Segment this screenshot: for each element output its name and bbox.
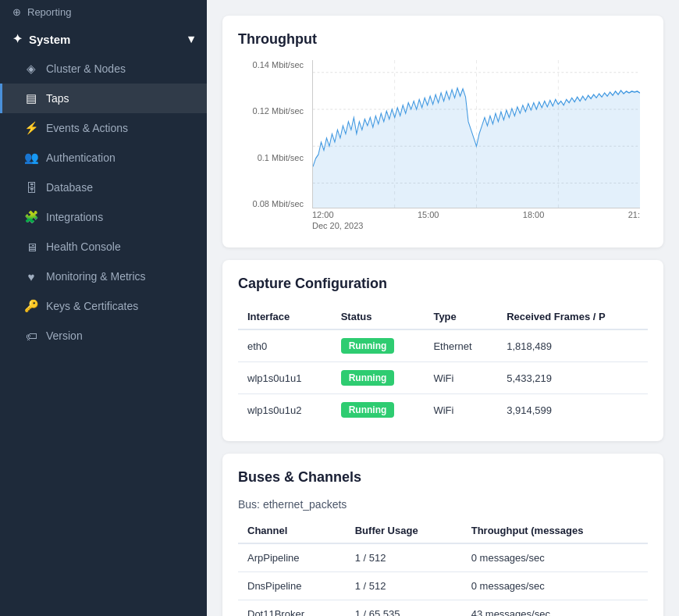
health-icon: 🖥 (24, 240, 38, 254)
col-interface: Interface (238, 304, 332, 329)
table-row: Dot11Broker 1 / 65,535 43 messages/sec (238, 600, 648, 617)
table-row: eth0 Running Ethernet 1,818,489 (238, 329, 648, 362)
row-interface: eth0 (238, 329, 332, 362)
taps-icon: ▤ (24, 91, 38, 105)
sidebar-item-label: Health Console (46, 240, 121, 253)
row-buffer: 1 / 65,535 (346, 600, 462, 617)
sidebar-system-header[interactable]: ✦ System ▾ (0, 24, 207, 54)
row-type: WiFi (424, 362, 497, 394)
badge-running: Running (341, 338, 395, 354)
throughput-card: Throughput 0.14 Mbit/sec 0.12 Mbit/sec 0… (222, 16, 663, 247)
col-frames: Received Frames / P (497, 304, 648, 329)
sidebar-item-label: Taps (46, 92, 69, 105)
bus-name: ethernet_packets (263, 498, 347, 511)
row-status: Running (332, 329, 425, 362)
table-row: wlp1s0u1u1 Running WiFi 5,433,219 (238, 362, 648, 394)
sidebar-item-taps[interactable]: ▤ Taps (0, 84, 207, 113)
col-buffer: Buffer Usage (346, 518, 462, 543)
y-label-4: 0.08 Mbit/sec (238, 199, 304, 208)
col-channel: Channel (238, 518, 346, 543)
sidebar-item-events-actions[interactable]: ⚡ Events & Actions (0, 113, 207, 143)
table-row: DnsPipeline 1 / 512 0 messages/sec (238, 572, 648, 600)
svg-marker-7 (313, 88, 640, 208)
sidebar-item-cluster-nodes[interactable]: ◈ Cluster & Nodes (0, 54, 207, 84)
sidebar-item-label: Authentication (46, 151, 116, 164)
chart-date: Dec 20, 2023 (312, 208, 363, 232)
sidebar-item-label: Database (46, 181, 93, 194)
sidebar-item-monitoring-metrics[interactable]: ♥ Monitoring & Metrics (0, 262, 207, 291)
sidebar-item-label: Integrations (46, 211, 103, 223)
row-channel: DnsPipeline (238, 572, 346, 600)
throughput-chart: 0.14 Mbit/sec 0.12 Mbit/sec 0.1 Mbit/sec… (238, 60, 648, 232)
table-row: wlp1s0u1u2 Running WiFi 3,914,599 (238, 394, 648, 426)
row-throughput: 43 messages/sec (462, 600, 648, 617)
buses-channels-card: Buses & Channels Bus: ethernet_packets C… (222, 454, 663, 616)
capture-config-title: Capture Configuration (238, 276, 648, 292)
sidebar-item-authentication[interactable]: 👥 Authentication (0, 143, 207, 173)
y-label-1: 0.14 Mbit/sec (238, 60, 304, 69)
table-row: ArpPipeline 1 / 512 0 messages/sec (238, 543, 648, 572)
throughput-title: Throughput (238, 31, 648, 48)
x-label-1800: 18:00 (523, 210, 545, 232)
auth-icon: 👥 (24, 151, 38, 165)
row-throughput: 0 messages/sec (462, 543, 648, 572)
sidebar-item-health-console[interactable]: 🖥 Health Console (0, 232, 207, 262)
y-label-2: 0.12 Mbit/sec (238, 106, 304, 116)
version-icon: 🏷 (24, 329, 38, 343)
bus-subtitle: Bus: ethernet_packets (238, 498, 648, 511)
row-throughput: 0 messages/sec (462, 572, 648, 600)
integrations-icon: 🧩 (24, 210, 38, 224)
sidebar-item-keys-certificates[interactable]: 🔑 Keys & Certificates (0, 291, 207, 321)
bus-label: Bus: (238, 498, 260, 511)
y-label-3: 0.1 Mbit/sec (238, 153, 304, 162)
chart-svg-area (312, 60, 640, 208)
monitoring-icon: ♥ (24, 269, 38, 283)
sidebar-item-label: Keys & Certificates (46, 300, 138, 312)
capture-config-card: Capture Configuration Interface Status T… (222, 260, 663, 441)
sidebar-item-version[interactable]: 🏷 Version (0, 321, 207, 351)
main-content: Throughput 0.14 Mbit/sec 0.12 Mbit/sec 0… (207, 0, 679, 616)
sidebar-reporting-label: Reporting (27, 6, 71, 18)
badge-running: Running (341, 402, 395, 418)
row-channel: ArpPipeline (238, 543, 346, 572)
sidebar-item-database[interactable]: 🗄 Database (0, 173, 207, 202)
system-icon: ✦ (12, 32, 23, 46)
chevron-down-icon: ▾ (188, 32, 194, 46)
row-interface: wlp1s0u1u1 (238, 362, 332, 394)
col-throughput: Throughput (messages (462, 518, 648, 543)
sidebar-item-label: Events & Actions (46, 122, 128, 134)
col-type: Type (424, 304, 497, 329)
sidebar-item-integrations[interactable]: 🧩 Integrations (0, 202, 207, 232)
sidebar-item-label: Version (46, 329, 83, 342)
x-label-1500: 15:00 (418, 210, 439, 232)
sidebar: ⊕ Reporting ✦ System ▾ ◈ Cluster & Nodes… (0, 0, 207, 616)
row-buffer: 1 / 512 (346, 572, 462, 600)
buses-channels-title: Buses & Channels (238, 469, 648, 486)
col-status: Status (332, 304, 425, 329)
sidebar-item-label: Monitoring & Metrics (46, 270, 146, 283)
database-icon: 🗄 (24, 180, 38, 194)
row-type: Ethernet (424, 329, 497, 362)
sidebar-reporting-item[interactable]: ⊕ Reporting (0, 0, 207, 24)
cluster-icon: ◈ (24, 62, 38, 76)
x-label-2100: 21: (628, 210, 640, 232)
badge-running: Running (341, 370, 395, 386)
buses-channels-table: Channel Buffer Usage Throughput (message… (238, 518, 648, 616)
row-status: Running (332, 394, 425, 426)
sidebar-item-label: Cluster & Nodes (46, 62, 126, 75)
row-frames: 5,433,219 (497, 362, 648, 394)
row-status: Running (332, 362, 425, 394)
system-label: System (29, 33, 70, 46)
row-type: WiFi (424, 394, 497, 426)
row-frames: 3,914,599 (497, 394, 648, 426)
row-interface: wlp1s0u1u2 (238, 394, 332, 426)
chart-y-labels: 0.14 Mbit/sec 0.12 Mbit/sec 0.1 Mbit/sec… (238, 60, 308, 208)
row-frames: 1,818,489 (497, 329, 648, 362)
events-icon: ⚡ (24, 121, 38, 135)
row-buffer: 1 / 512 (346, 543, 462, 572)
capture-config-table: Interface Status Type Received Frames / … (238, 304, 648, 426)
reporting-icon: ⊕ (12, 6, 21, 18)
keys-icon: 🔑 (24, 299, 38, 313)
row-channel: Dot11Broker (238, 600, 346, 617)
